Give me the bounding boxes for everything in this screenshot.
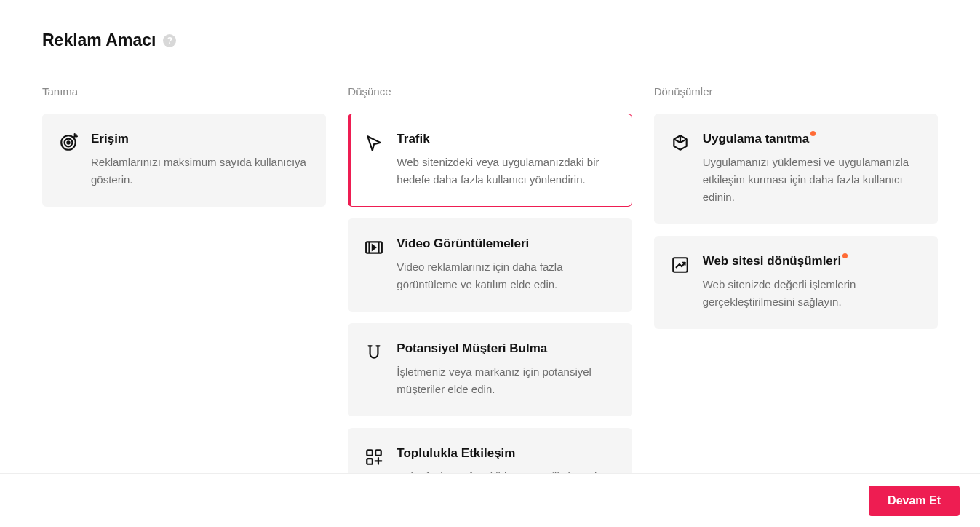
footer-bar: Devam Et xyxy=(0,473,980,527)
column-consideration: Düşünce Trafik Web sitenizdeki veya uygu… xyxy=(348,85,632,515)
card-title: Uygulama tanıtma xyxy=(703,132,816,146)
objective-card-video-views[interactable]: Video Görüntülemeleri Video reklamlarını… xyxy=(348,218,632,312)
community-icon xyxy=(364,448,383,467)
continue-button[interactable]: Devam Et xyxy=(869,486,960,516)
magnet-icon xyxy=(364,343,383,362)
new-badge-icon xyxy=(842,253,848,258)
objective-card-traffic[interactable]: Trafik Web sitenizdeki veya uygulamanızd… xyxy=(348,114,632,207)
card-desc: Web sitenizde değerli işlemlerin gerçekl… xyxy=(703,276,921,311)
help-icon[interactable]: ? xyxy=(163,34,176,47)
svg-rect-5 xyxy=(375,450,381,456)
card-title: Web sitesi dönüşümleri xyxy=(703,254,848,269)
objective-card-website-conversions[interactable]: Web sitesi dönüşümleri Web sitenizde değ… xyxy=(654,236,938,329)
column-conversions: Dönüşümler Uygulama tanıtma Uygulamanızı… xyxy=(654,85,938,515)
card-desc: Reklamlarınızı maksimum sayıda kullanıcı… xyxy=(91,154,309,189)
card-desc: Uygulamanızı yüklemesi ve uygulamanızla … xyxy=(703,154,921,206)
svg-rect-4 xyxy=(367,450,373,456)
card-desc: Video reklamlarınız için daha fazla görü… xyxy=(397,258,615,293)
objective-card-reach[interactable]: Erişim Reklamlarınızı maksimum sayıda ku… xyxy=(42,114,326,207)
video-icon xyxy=(364,238,383,257)
card-title: Toplulukla Etkileşim xyxy=(397,446,515,461)
chart-up-icon xyxy=(671,255,690,274)
card-title: Erişim xyxy=(91,132,129,146)
card-desc: İşletmeniz veya markanız için potansiyel… xyxy=(397,363,615,398)
card-title: Video Görüntülemeleri xyxy=(397,237,529,251)
app-box-icon xyxy=(671,133,690,152)
cursor-icon xyxy=(364,133,383,152)
column-awareness: Tanıma Erişim Reklamlarınızı maksimum sa… xyxy=(42,85,326,515)
svg-point-2 xyxy=(67,141,69,143)
card-title: Trafik xyxy=(397,132,429,146)
card-desc: Web sitenizdeki veya uygulamanızdaki bir… xyxy=(397,154,615,189)
column-header-awareness: Tanıma xyxy=(42,85,326,98)
page-title: Reklam Amacı xyxy=(42,31,156,50)
column-header-conversions: Dönüşümler xyxy=(654,85,938,98)
target-icon xyxy=(59,133,78,152)
card-title: Potansiyel Müşteri Bulma xyxy=(397,341,547,356)
column-header-consideration: Düşünce xyxy=(348,85,632,98)
objective-card-app-promo[interactable]: Uygulama tanıtma Uygulamanızı yüklemesi … xyxy=(654,114,938,224)
svg-rect-6 xyxy=(367,459,373,464)
objective-card-lead-gen[interactable]: Potansiyel Müşteri Bulma İşletmeniz veya… xyxy=(348,323,632,416)
new-badge-icon xyxy=(810,131,816,136)
